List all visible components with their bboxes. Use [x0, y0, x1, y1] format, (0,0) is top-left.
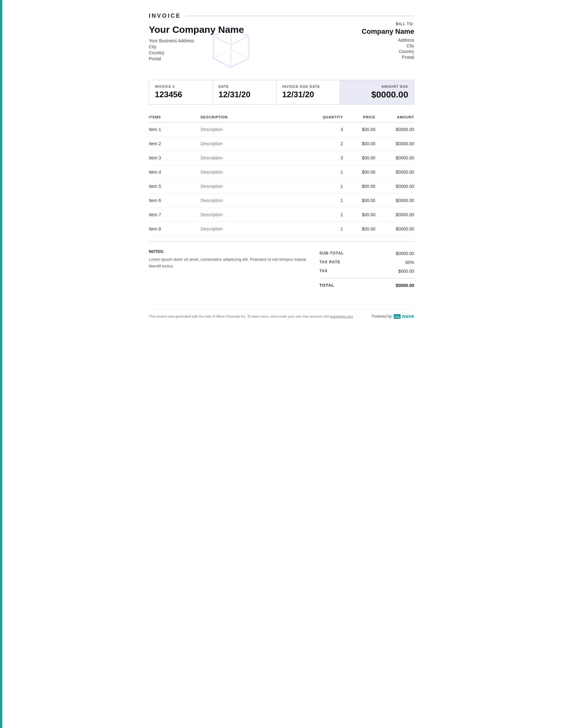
notes-label: NOTES:	[149, 249, 307, 254]
item-amount: $0000.00	[375, 179, 414, 194]
item-price: $00.00	[343, 222, 375, 236]
wave-logo-icon	[394, 314, 401, 319]
table-row: Item 7 Description 1 $00.00 $0000.00	[149, 208, 414, 222]
tax-value: $000.00	[386, 269, 414, 274]
invoice-due-date-label: INVOICE DUE DATE	[282, 85, 334, 88]
item-amount: $0000.00	[375, 208, 414, 222]
invoice-number-label: INVOICE #	[155, 85, 207, 88]
invoice-date-cell: DATE 12/31/20	[213, 80, 277, 104]
invoice-title: INVOICE	[149, 13, 181, 19]
item-price: $00.00	[343, 208, 375, 222]
tax-rate-label: TAX RATE	[320, 260, 340, 265]
bill-to-section: BILL TO: Company Name Address City Count…	[362, 22, 414, 60]
wave-logo-text: wave	[402, 313, 414, 319]
item-name: Item 1	[149, 122, 201, 137]
subtotal-row: SUB-TOTAL $0000.00	[320, 249, 414, 258]
table-row: Item 2 Description 2 $00.00 $0000.00	[149, 137, 414, 151]
item-price: $00.00	[343, 122, 375, 137]
item-name: Item 2	[149, 137, 201, 151]
powered-by-text: Powered by	[372, 314, 392, 319]
item-quantity: 1	[311, 165, 343, 179]
amount-due-value: $0000.00	[346, 90, 408, 100]
footer-powered-section: Powered by wave	[372, 313, 414, 319]
table-row: Item 4 Description 1 $00.00 $0000.00	[149, 165, 414, 179]
item-description: Description	[201, 179, 311, 194]
item-name: Item 5	[149, 179, 201, 194]
item-quantity: 1	[311, 194, 343, 208]
invoice-due-date-cell: INVOICE DUE DATE 12/31/20	[276, 80, 340, 104]
item-quantity: 1	[311, 222, 343, 236]
col-header-quantity: QUANTITY	[311, 112, 343, 122]
item-amount: $0000.00	[375, 151, 414, 165]
total-label: TOTAL	[320, 283, 334, 288]
item-description: Description	[201, 194, 311, 208]
bill-to-postal: Postal	[362, 55, 414, 60]
item-description: Description	[201, 165, 311, 179]
totals-divider	[320, 278, 414, 278]
item-name: Item 6	[149, 194, 201, 208]
invoice-info-bar: INVOICE # 123456 DATE 12/31/20 INVOICE D…	[149, 80, 414, 104]
item-quantity: 3	[311, 151, 343, 165]
col-header-items: ITEMS	[149, 112, 201, 122]
totals-section: SUB-TOTAL $0000.00 TAX RATE 00% TAX $000…	[320, 249, 414, 290]
item-description: Description	[201, 222, 311, 236]
item-name: Item 3	[149, 151, 201, 165]
table-row: Item 3 Description 3 $00.00 $0000.00	[149, 151, 414, 165]
invoice-date-label: DATE	[218, 85, 271, 88]
item-price: $00.00	[343, 179, 375, 194]
item-description: Description	[201, 208, 311, 222]
item-amount: $0000.00	[375, 137, 414, 151]
tax-label: TAX	[320, 269, 328, 274]
col-header-price: PRICE	[343, 112, 375, 122]
footer-disclaimer: This invoice was generated with the help…	[149, 314, 353, 318]
bill-to-label: BILL TO:	[362, 22, 414, 26]
item-price: $00.00	[343, 194, 375, 208]
item-name: Item 7	[149, 208, 201, 222]
bill-to-address: Address	[362, 38, 414, 43]
wave-logo: wave	[394, 313, 414, 319]
item-price: $00.00	[343, 165, 375, 179]
bill-to-city: City	[362, 43, 414, 48]
invoice-date-value: 12/31/20	[218, 90, 271, 99]
item-quantity: 1	[311, 208, 343, 222]
item-quantity: 1	[311, 179, 343, 194]
page-footer: This invoice was generated with the help…	[149, 309, 414, 319]
footer-link[interactable]: waveapps.com	[330, 314, 353, 318]
table-row: Item 5 Description 1 $00.00 $0000.00	[149, 179, 414, 194]
item-amount: $0000.00	[375, 222, 414, 236]
table-bottom-divider	[149, 241, 414, 242]
top-section: Your Company Name Your Business Address …	[149, 22, 414, 72]
invoice-title-row: INVOICE	[149, 13, 414, 19]
col-header-description: DESCRIPTION	[201, 112, 311, 122]
total-row: TOTAL $0000.00	[320, 281, 414, 290]
item-description: Description	[201, 137, 311, 151]
watermark-box-icon	[206, 22, 256, 74]
notes-text: Lorem ipsum dolor sit amet, consectetur …	[149, 256, 307, 270]
invoice-number-cell: INVOICE # 123456	[149, 80, 213, 104]
item-name: Item 8	[149, 222, 201, 236]
subtotal-label: SUB-TOTAL	[320, 251, 344, 256]
col-header-amount: AMOUNT	[375, 112, 414, 122]
tax-rate-value: 00%	[386, 260, 414, 265]
disclaimer-text: This invoice was generated with the help…	[149, 314, 329, 318]
item-description: Description	[201, 122, 311, 137]
bill-to-country: Country	[362, 49, 414, 54]
item-quantity: 2	[311, 137, 343, 151]
item-quantity: 3	[311, 122, 343, 137]
items-table: ITEMS DESCRIPTION QUANTITY PRICE AMOUNT …	[149, 112, 414, 236]
title-divider	[186, 16, 414, 16]
table-row: Item 6 Description 1 $00.00 $0000.00	[149, 194, 414, 208]
item-amount: $0000.00	[375, 122, 414, 137]
bill-to-company: Company Name	[362, 27, 414, 36]
invoice-number-value: 123456	[155, 90, 207, 99]
item-amount: $0000.00	[375, 194, 414, 208]
subtotal-value: $0000.00	[386, 251, 414, 256]
tax-rate-row: TAX RATE 00%	[320, 258, 414, 267]
footer-section: NOTES: Lorem ipsum dolor sit amet, conse…	[149, 249, 414, 290]
item-name: Item 4	[149, 165, 201, 179]
item-description: Description	[201, 151, 311, 165]
amount-due-label: AMOUNT DUE	[346, 85, 408, 88]
table-row: Item 1 Description 3 $00.00 $0000.00	[149, 122, 414, 137]
item-amount: $0000.00	[375, 165, 414, 179]
notes-section: NOTES: Lorem ipsum dolor sit amet, conse…	[149, 249, 307, 270]
